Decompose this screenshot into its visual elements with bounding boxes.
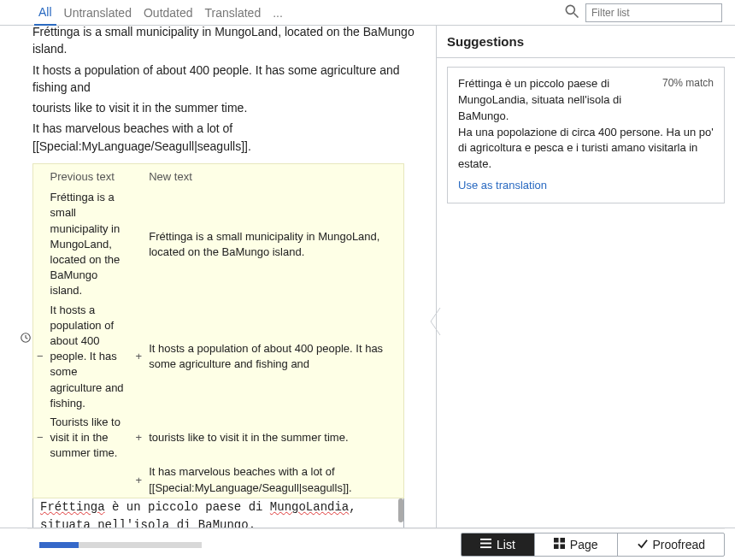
tab-more[interactable]: ... — [268, 1, 287, 25]
view-page-button[interactable]: Page — [534, 533, 617, 556]
tab-untranslated[interactable]: Untranslated — [60, 1, 136, 25]
diff-sign: + — [132, 463, 146, 497]
bottom-bar: List Page Proofread — [27, 528, 725, 560]
source-line: It has marvelous beaches with a lot of — [32, 120, 424, 137]
diff-header-prev: Previous text — [47, 164, 132, 188]
view-proofread-button[interactable]: Proofread — [617, 533, 724, 556]
check-icon — [637, 538, 648, 551]
diff-header-new: New text — [145, 164, 403, 188]
source-line: Fréttinga is a small municipality in Mun… — [32, 26, 424, 40]
filter-wrap — [563, 3, 722, 22]
diff-block: Previous text New text Fréttinga is a sm… — [32, 163, 404, 498]
svg-rect-8 — [554, 544, 559, 549]
svg-rect-5 — [480, 546, 491, 548]
svg-rect-6 — [554, 538, 559, 543]
tab-translated[interactable]: Translated — [201, 1, 266, 25]
diff-sign — [132, 188, 146, 300]
suggestions-title: Suggestions — [437, 26, 735, 58]
svg-rect-7 — [560, 538, 565, 543]
diff-new-cell: Fréttinga is a small municipality in Mun… — [145, 188, 403, 300]
filter-tabs: All Untranslated Outdated Translated ... — [0, 0, 735, 26]
history-icon[interactable] — [20, 332, 32, 346]
view-list-label: List — [497, 538, 515, 551]
diff-sign — [33, 188, 47, 300]
tab-outdated[interactable]: Outdated — [139, 1, 197, 25]
diff-sign: + — [132, 301, 146, 413]
diff-prev-cell: Fréttinga is a small municipality in Mun… — [47, 188, 132, 300]
use-translation-link[interactable]: Use as translation — [458, 178, 547, 194]
tab-all[interactable]: All — [34, 0, 56, 26]
suggestion-item: 70% match Fréttinga è un piccolo paese d… — [447, 67, 725, 203]
diff-sign: − — [33, 301, 47, 413]
view-proofread-label: Proofread — [653, 538, 705, 551]
diff-new-cell: tourists like to visit it in the summer … — [145, 413, 403, 463]
diff-new-cell: It has marvelous beaches with a lot of [… — [145, 463, 403, 497]
diff-sign: + — [132, 413, 146, 463]
source-line: [[Special:MyLanguage/Seagull|seagulls]]. — [32, 138, 424, 155]
svg-line-1 — [574, 14, 579, 18]
diff-prev-cell: It hosts a population of about 400 peopl… — [47, 301, 132, 413]
source-line: fishing and — [32, 79, 424, 96]
scrollbar-thumb[interactable] — [398, 498, 403, 522]
svg-rect-9 — [560, 544, 565, 549]
filter-input[interactable] — [585, 3, 722, 22]
source-line: island. — [32, 40, 424, 57]
svg-point-0 — [566, 5, 574, 14]
left-column: Fréttinga is a small municipality in Mun… — [0, 26, 436, 528]
svg-rect-3 — [480, 539, 491, 540]
view-list-button[interactable]: List — [462, 533, 534, 556]
view-mode-group: List Page Proofread — [461, 533, 725, 557]
source-text: Fréttinga is a small municipality in Mun… — [17, 26, 436, 163]
suggestion-match: 70% match — [662, 76, 714, 91]
progress-fill — [39, 542, 79, 548]
list-icon — [480, 538, 491, 551]
diff-sign: − — [33, 413, 47, 463]
main: Fréttinga is a small municipality in Mun… — [0, 26, 735, 528]
source-line: It hosts a population of about 400 peopl… — [32, 62, 424, 79]
progress-bar — [39, 542, 202, 548]
translation-textarea[interactable]: Fréttinga è un piccolo paese di MungoLan… — [32, 498, 404, 528]
diff-sign — [33, 463, 47, 497]
right-column: Suggestions 70% match Fréttinga è un pic… — [436, 26, 735, 528]
svg-rect-4 — [480, 543, 491, 545]
suggestion-body: Ha una popolazione di circa 400 persone.… — [458, 125, 714, 174]
view-page-label: Page — [570, 538, 598, 551]
search-icon — [563, 3, 580, 22]
source-line: tourists like to visit it in the summer … — [32, 99, 424, 116]
diff-new-cell: It hosts a population of about 400 peopl… — [145, 301, 403, 413]
grid-icon — [554, 538, 565, 551]
diff-prev-cell — [47, 463, 132, 497]
diff-prev-cell: Tourists like to visit it in the summer … — [47, 413, 132, 463]
